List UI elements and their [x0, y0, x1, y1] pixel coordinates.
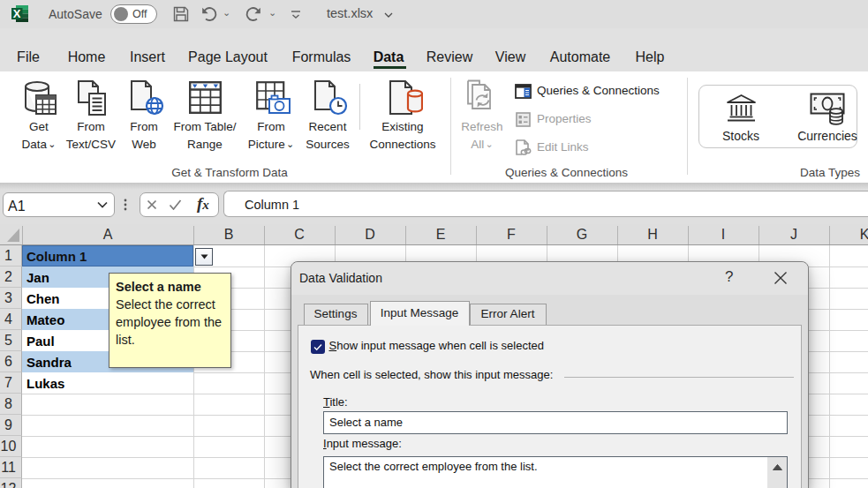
svg-text:X: X	[13, 7, 21, 20]
